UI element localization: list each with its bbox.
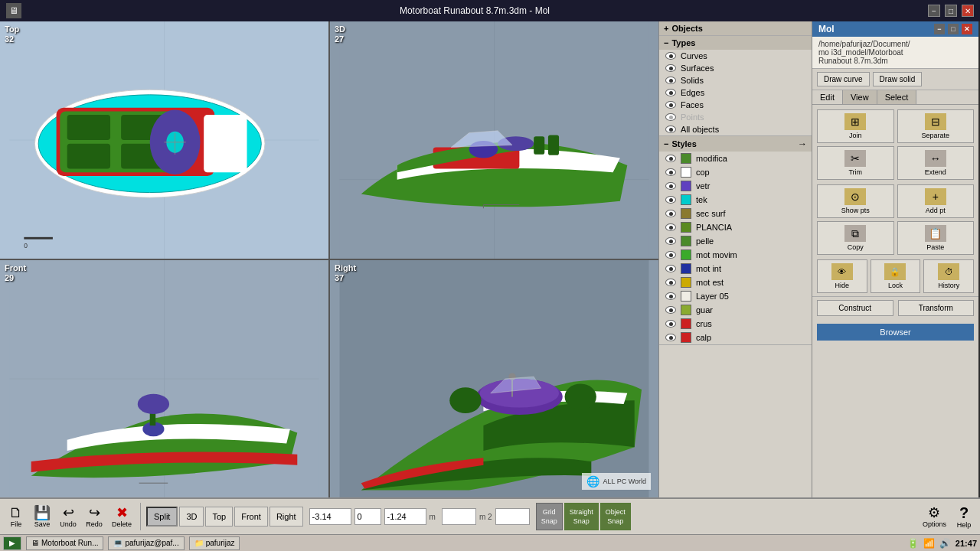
tab-select[interactable]: Select xyxy=(877,90,917,104)
tool-paste[interactable]: 📋 Paste xyxy=(897,221,975,255)
tool-join[interactable]: ⊞ Join xyxy=(817,109,894,143)
style-item-mot-est[interactable]: mot est xyxy=(659,276,812,289)
help-button[interactable]: ? Help xyxy=(952,504,975,530)
mol-minimize-btn[interactable]: − xyxy=(934,24,945,34)
tool-extend[interactable]: ↔ Extend xyxy=(897,146,975,180)
types-item-solids[interactable]: Solids xyxy=(659,74,812,86)
3d-view-button[interactable]: 3D xyxy=(179,507,204,527)
types-item-faces[interactable]: Faces xyxy=(659,99,812,111)
taskbar-start[interactable]: ▶ xyxy=(3,536,21,550)
straight-snap-button[interactable]: Straight Snap xyxy=(564,503,599,530)
style-eye-mot movim[interactable] xyxy=(665,251,676,259)
style-eye-modifica[interactable] xyxy=(665,155,676,162)
redo-button[interactable]: ↪ Redo xyxy=(83,504,106,530)
coord-extra-input[interactable] xyxy=(495,508,530,525)
grid-snap-button[interactable]: Grid Snap xyxy=(536,503,563,530)
coord-m2-input[interactable] xyxy=(442,508,476,525)
types-item-edges[interactable]: Edges xyxy=(659,86,812,99)
front-view-button[interactable]: Front xyxy=(234,507,268,527)
types-header[interactable]: − Types xyxy=(659,36,812,50)
maximize-button[interactable]: □ xyxy=(945,5,957,17)
style-eye-tek[interactable] xyxy=(665,196,676,204)
viewport-right[interactable]: Right 37 xyxy=(330,260,658,497)
coord-x-input[interactable] xyxy=(309,508,351,525)
taskbar-item-2[interactable]: 💻 pafurijaz@paf... xyxy=(108,536,184,550)
style-item-plancia[interactable]: PLANCIA xyxy=(659,220,812,234)
new-button[interactable]: 🗋 File xyxy=(5,504,28,530)
types-eye-surfaces[interactable] xyxy=(665,64,676,72)
style-eye-calp[interactable] xyxy=(665,334,676,341)
mol-maximize-btn[interactable]: □ xyxy=(948,24,959,34)
viewport-front[interactable]: Front 29 xyxy=(0,260,328,497)
taskbar-item-3[interactable]: 📁 pafurijaz xyxy=(189,536,240,550)
construct-button[interactable]: Construct xyxy=(817,300,893,316)
all-objects-item[interactable]: All objects xyxy=(659,123,812,135)
style-item-mot-int[interactable]: mot int xyxy=(659,262,812,276)
draw-solid-button[interactable]: Draw solid xyxy=(873,72,923,86)
coord-y-input[interactable] xyxy=(354,508,381,525)
style-item-crus[interactable]: crus xyxy=(659,317,812,331)
close-button[interactable]: ✕ xyxy=(962,5,974,17)
viewport-top[interactable]: Top 32 xyxy=(0,21,328,259)
style-item-cop[interactable]: cop xyxy=(659,165,812,179)
taskbar-item-1[interactable]: 🖥 Motorboat Run... xyxy=(26,536,103,550)
right-view-button[interactable]: Right xyxy=(270,507,303,527)
style-item-pelle[interactable]: pelle xyxy=(659,234,812,248)
types-item-surfaces[interactable]: Surfaces xyxy=(659,62,812,74)
undo-button[interactable]: ↩ Undo xyxy=(57,504,80,530)
tool-hide[interactable]: 👁 Hide xyxy=(817,259,867,293)
object-snap-button[interactable]: Object Snap xyxy=(600,503,631,530)
viewport-3d[interactable]: 3D 27 xyxy=(330,21,658,259)
types-eye-edges[interactable] xyxy=(665,89,676,96)
mol-close-btn[interactable]: ✕ xyxy=(962,24,972,34)
tool-history[interactable]: ⏱ History xyxy=(923,259,974,293)
tool-lock[interactable]: 🔒 Lock xyxy=(871,259,921,293)
style-item-tek[interactable]: tek xyxy=(659,193,812,207)
style-item-guar[interactable]: guar xyxy=(659,303,812,317)
transform-button[interactable]: Transform xyxy=(898,300,975,316)
style-eye-PLANCIA[interactable] xyxy=(665,223,676,231)
styles-arrow-icon[interactable]: → xyxy=(798,139,807,149)
types-eye-curves[interactable] xyxy=(665,52,676,60)
style-eye-guar[interactable] xyxy=(665,306,676,314)
tool-show-pts[interactable]: ⊙ Show pts xyxy=(817,184,894,218)
style-item-calp[interactable]: calp xyxy=(659,331,812,344)
top-view-button[interactable]: Top xyxy=(205,507,233,527)
style-eye-crus[interactable] xyxy=(665,320,676,328)
minimize-button[interactable]: − xyxy=(928,5,940,17)
style-eye-vetr[interactable] xyxy=(665,182,676,190)
objects-header[interactable]: + Objects xyxy=(659,21,812,35)
types-eye-points[interactable] xyxy=(665,113,676,121)
style-eye-sec surf[interactable] xyxy=(665,210,676,217)
tool-separate[interactable]: ⊟ Separate xyxy=(897,109,975,143)
trim-icon: ✂ xyxy=(844,150,866,167)
delete-button[interactable]: ✖ Delete xyxy=(109,504,135,530)
style-eye-cop[interactable] xyxy=(665,168,676,176)
style-item-mot-movim[interactable]: mot movim xyxy=(659,248,812,262)
style-item-vetr[interactable]: vetr xyxy=(659,179,812,193)
browser-button[interactable]: Browser xyxy=(817,324,974,341)
split-view-button[interactable]: Split xyxy=(146,507,178,527)
types-item-points[interactable]: Points xyxy=(659,111,812,123)
draw-curve-button[interactable]: Draw curve xyxy=(817,72,870,86)
options-button[interactable]: ⚙ Options xyxy=(920,504,949,530)
style-eye-pelle[interactable] xyxy=(665,237,676,245)
style-eye-mot int[interactable] xyxy=(665,265,676,272)
tool-add-pt[interactable]: + Add pt xyxy=(897,184,975,218)
tab-edit[interactable]: Edit xyxy=(812,90,843,104)
all-objects-eye[interactable] xyxy=(665,126,676,133)
style-item-layer-05[interactable]: Layer 05 xyxy=(659,289,812,303)
coord-z-input[interactable] xyxy=(384,508,426,525)
tool-copy[interactable]: ⧉ Copy xyxy=(817,221,894,255)
save-button[interactable]: 💾 Save xyxy=(31,504,54,530)
styles-header[interactable]: − Styles → xyxy=(659,136,812,152)
types-eye-faces[interactable] xyxy=(665,101,676,109)
tab-view[interactable]: View xyxy=(843,90,877,104)
types-eye-solids[interactable] xyxy=(665,77,676,84)
types-item-curves[interactable]: Curves xyxy=(659,50,812,62)
tool-trim[interactable]: ✂ Trim xyxy=(817,146,894,180)
style-eye-mot est[interactable] xyxy=(665,279,676,286)
style-item-sec-surf[interactable]: sec surf xyxy=(659,207,812,220)
style-eye-Layer 05[interactable] xyxy=(665,292,676,300)
style-item-modifica[interactable]: modifica xyxy=(659,152,812,165)
